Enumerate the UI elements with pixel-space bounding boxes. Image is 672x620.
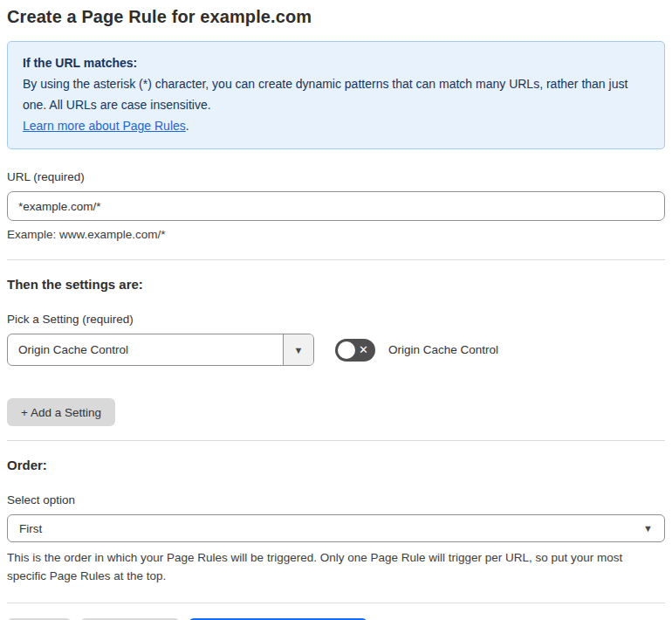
origin-cache-control-toggle[interactable]: ✕ (335, 339, 375, 362)
toggle-knob (338, 341, 355, 359)
order-section-heading: Order: (7, 458, 665, 472)
url-match-info-box: If the URL matches: By using the asteris… (7, 41, 665, 149)
settings-section-heading: Then the settings are: (7, 277, 665, 292)
page-title: Create a Page Rule for example.com (7, 7, 665, 27)
setting-dropdown[interactable]: Origin Cache Control ▼ (7, 334, 314, 366)
order-select[interactable]: First ▼ (7, 514, 665, 542)
learn-more-link[interactable]: Learn more about Page Rules (23, 119, 186, 133)
page-rule-form: Create a Page Rule for example.com If th… (0, 0, 672, 620)
order-select-value: First (19, 522, 42, 535)
info-box-link-line: Learn more about Page Rules. (23, 115, 649, 136)
link-period: . (186, 119, 189, 133)
url-input[interactable] (7, 191, 665, 221)
info-box-body: By using the asterisk (*) character, you… (23, 73, 634, 115)
divider (7, 259, 665, 260)
setting-picker-label: Pick a Setting (required) (7, 313, 665, 326)
order-help-text: This is the order in which your Page Rul… (7, 548, 660, 585)
toggle-off-x-icon: ✕ (359, 344, 368, 355)
setting-row: Origin Cache Control ▼ ✕ Origin Cache Co… (7, 334, 665, 366)
chevron-down-icon[interactable]: ▼ (283, 334, 313, 365)
toggle-label: Origin Cache Control (388, 343, 498, 356)
url-field-label: URL (required) (7, 170, 665, 183)
order-select-label: Select option (7, 493, 665, 506)
setting-dropdown-value: Origin Cache Control (8, 334, 283, 365)
add-setting-button[interactable]: + Add a Setting (7, 398, 115, 426)
chevron-down-icon: ▼ (643, 523, 653, 534)
divider (7, 440, 665, 441)
divider (7, 603, 665, 603)
info-box-heading: If the URL matches: (23, 52, 649, 73)
url-example-text: Example: www.example.com/* (7, 228, 665, 241)
